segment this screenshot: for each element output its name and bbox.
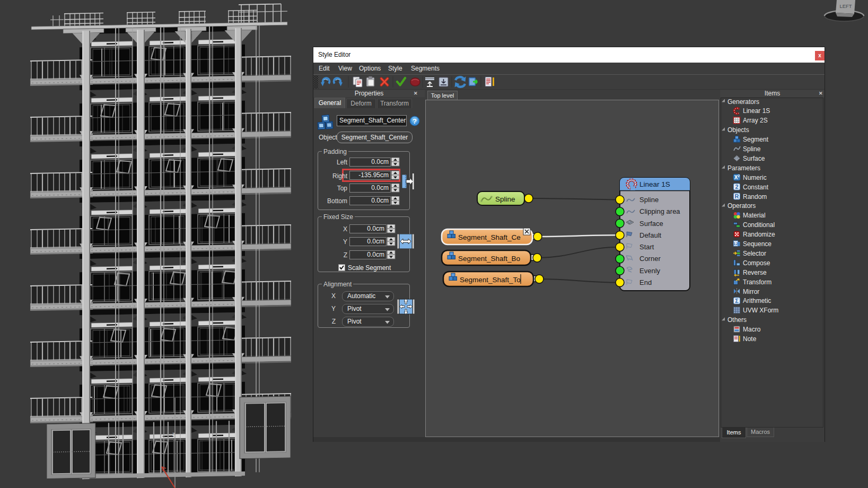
svg-text:Clipping area: Clipping area xyxy=(639,207,680,215)
svg-text:Corner: Corner xyxy=(639,255,661,263)
svg-text:Parameters: Parameters xyxy=(727,164,760,172)
svg-text:Randomize: Randomize xyxy=(743,231,775,238)
svg-text:Surface: Surface xyxy=(639,220,663,228)
svg-text:Segment_Shaft_Bo: Segment_Shaft_Bo xyxy=(458,255,520,263)
svg-text:Evenly: Evenly xyxy=(639,267,661,275)
svg-text:Conditional: Conditional xyxy=(743,221,775,229)
svg-text:Material: Material xyxy=(743,212,766,219)
svg-text:Operators: Operators xyxy=(727,202,756,210)
svg-text:12: 12 xyxy=(733,241,738,246)
svg-text:Generators: Generators xyxy=(727,98,759,106)
svg-text:LEFT: LEFT xyxy=(839,3,852,9)
svg-text:Reverse: Reverse xyxy=(743,269,767,276)
svg-text:z: z xyxy=(172,431,175,437)
svg-text:Start: Start xyxy=(639,243,654,251)
svg-text:Sequence: Sequence xyxy=(743,240,771,248)
svg-text:UVW XForm: UVW XForm xyxy=(743,307,778,314)
svg-text:Numeric: Numeric xyxy=(743,174,767,181)
svg-text:Arithmetic: Arithmetic xyxy=(743,297,771,304)
svg-text:Linear 1S: Linear 1S xyxy=(743,107,770,115)
svg-text:Note: Note xyxy=(743,335,757,343)
svg-text:End: End xyxy=(639,278,652,286)
svg-text:Segment: Segment xyxy=(743,136,769,143)
svg-text:2: 2 xyxy=(738,174,740,178)
svg-text:Macro: Macro xyxy=(743,326,761,333)
svg-text:Others: Others xyxy=(727,316,747,324)
svg-text:Spline: Spline xyxy=(495,195,515,203)
svg-text:2: 2 xyxy=(735,184,738,190)
svg-text:Spline: Spline xyxy=(639,196,659,204)
svg-text:Array 2S: Array 2S xyxy=(743,117,768,124)
svg-text:Compose: Compose xyxy=(743,259,770,267)
svg-text:?: ? xyxy=(413,117,417,125)
svg-text:Linear 1S: Linear 1S xyxy=(639,180,670,188)
svg-text:Default: Default xyxy=(639,231,662,239)
svg-text:Segment_Shaft_To: Segment_Shaft_To xyxy=(460,276,521,284)
svg-text:Objects: Objects xyxy=(727,126,749,134)
svg-text:Selector: Selector xyxy=(743,250,766,257)
svg-text:Surface: Surface xyxy=(743,155,765,162)
svg-text:Constant: Constant xyxy=(743,184,769,191)
svg-text:Spline: Spline xyxy=(743,145,761,153)
svg-text:Segment_Shaft_Ce: Segment_Shaft_Ce xyxy=(458,233,521,241)
svg-text:Mirror: Mirror xyxy=(743,288,759,295)
svg-text:Random: Random xyxy=(743,193,767,201)
svg-text:Transform: Transform xyxy=(743,278,771,286)
svg-text:Σ: Σ xyxy=(735,298,739,304)
svg-text:R: R xyxy=(735,193,739,199)
